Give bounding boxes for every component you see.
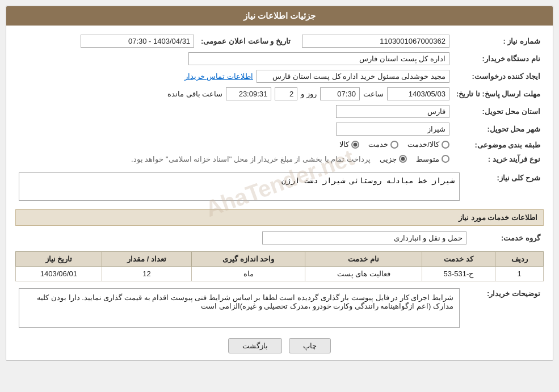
cell-unit: ماه — [192, 266, 305, 281]
category-option-khadamat[interactable]: خدمت — [368, 140, 398, 149]
category-label-kala: کالا — [339, 140, 349, 149]
category-label-khadamat: خدمت — [368, 140, 388, 149]
date-from: 1403/05/03 — [387, 87, 449, 100]
category-label-kala-khadamat: کالا/خدمت — [407, 140, 439, 149]
category-radio-group: کالا/خدمت خدمت کالا — [339, 140, 449, 149]
public-date-value: 1403/04/31 - 07:30 — [81, 35, 194, 48]
time-to: 23:09:31 — [226, 87, 271, 100]
col-header-unit: واحد اندازه گیری — [192, 251, 305, 266]
province-label: استان محل تحویل: — [453, 103, 544, 120]
page-title: جزئیات اطلاعات نیاز — [243, 11, 316, 20]
category-option-kala[interactable]: کالا — [339, 140, 359, 149]
buyer-desc-box: شرایط اجرای کار در فایل پیوست بار گذاری … — [19, 288, 460, 328]
col-header-qty: تعداد / مقدار — [102, 251, 192, 266]
cell-qty: 12 — [102, 266, 192, 281]
table-row: 1 ح-531-53 فعالیت های پست ماه 12 1403/06… — [16, 266, 544, 281]
purchase-type-radio-group: متوسط جزیی — [380, 155, 449, 163]
bottom-buttons: بازگشت چاپ — [15, 338, 544, 353]
back-button[interactable]: بازگشت — [228, 338, 282, 353]
radio-dot-medium — [442, 155, 449, 163]
cell-row: 1 — [495, 266, 544, 281]
buyer-name-label: نام دستگاه خریدار: — [453, 50, 544, 68]
creator-label: ایجاد کننده درخواست: — [453, 68, 544, 85]
purchase-type-label: نوع فرآیند خرید : — [453, 153, 544, 166]
creator-value: مجید خوشدلی مسئول خرید اداره کل پست استا… — [257, 70, 449, 83]
need-desc-label: شرح کلی نیاز: — [466, 174, 540, 182]
creator-link[interactable]: اطلاعات تماس خریدار — [184, 72, 253, 81]
city-label: شهر محل تحویل: — [453, 120, 544, 138]
cell-code: ح-531-53 — [422, 266, 495, 281]
purchase-type-medium-label: متوسط — [416, 155, 439, 163]
remaining-label: ساعت باقی مانده — [167, 90, 222, 98]
days-label: روز و — [301, 90, 317, 98]
days: 2 — [275, 87, 297, 100]
radio-dot-khadamat — [390, 141, 398, 149]
services-section-header: اطلاعات خدمات مورد نیاز — [15, 209, 544, 226]
time-label: ساعت — [363, 90, 384, 98]
col-header-code: کد خدمت — [422, 251, 495, 266]
col-header-row: ردیف — [495, 251, 544, 266]
radio-dot-kala — [351, 141, 359, 149]
service-group-label: گروه خدمت: — [470, 229, 544, 247]
public-date-label: تاریخ و ساعت اعلان عمومی: — [197, 32, 294, 50]
need-desc-textarea[interactable] — [19, 172, 460, 201]
radio-dot-kala-khadamat — [442, 141, 449, 149]
category-label: طبقه بندی موضوعی: — [453, 138, 544, 153]
purchase-type-note: پرداخت تمام یا بخشی از مبلغ خریدار از مح… — [131, 155, 371, 163]
category-option-kala-khadamat[interactable]: کالا/خدمت — [407, 140, 449, 149]
time-from: 07:30 — [320, 87, 360, 100]
purchase-type-medium[interactable]: متوسط — [416, 155, 449, 163]
cell-name: فعالیت های پست — [305, 266, 422, 281]
radio-dot-partial — [399, 155, 407, 163]
col-header-date: تاریخ نیاز — [16, 251, 102, 266]
print-button[interactable]: چاپ — [289, 338, 331, 353]
cell-date: 1403/06/01 — [16, 266, 102, 281]
order-number-label: شماره نیاز : — [453, 32, 544, 50]
province-value: فارس — [336, 105, 449, 118]
date-label: مهلت ارسال پاسخ: تا تاریخ: — [453, 85, 544, 103]
services-table: ردیف کد خدمت نام خدمت واحد اندازه گیری ت… — [15, 251, 544, 281]
purchase-type-partial[interactable]: جزیی — [380, 155, 407, 163]
city-value: شیراز — [336, 123, 449, 136]
page-header: جزئیات اطلاعات نیاز — [6, 6, 553, 26]
order-number-value: 1103001067000362 — [302, 35, 449, 48]
service-group-value: حمل و نقل و انبارداری — [262, 231, 466, 245]
col-header-name: نام خدمت — [305, 251, 422, 266]
buyer-desc-label: توضیحات خریدار: — [466, 289, 540, 298]
buyer-name-value: اداره کل پست استان فارس — [188, 52, 449, 65]
purchase-type-partial-label: جزیی — [380, 155, 397, 163]
